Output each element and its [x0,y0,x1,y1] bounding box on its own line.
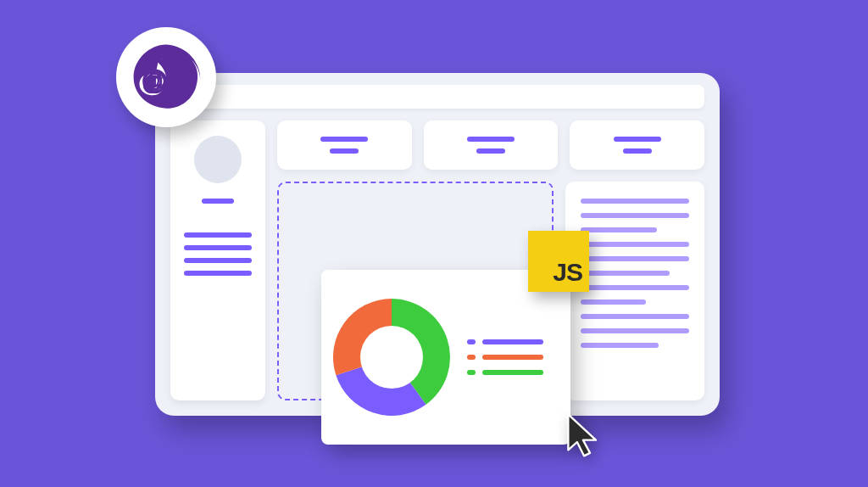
legend-label-placeholder [482,370,543,375]
svg-text:@: @ [143,68,167,95]
sidebar-item-placeholder[interactable] [184,245,252,250]
avatar-label-placeholder [202,199,234,204]
blazor-logo-icon: @ [125,36,207,118]
sidebar [170,120,265,400]
legend-item [467,370,554,375]
avatar [194,136,242,183]
js-badge-label: JS [553,258,582,287]
window-titlebar [170,85,704,109]
sidebar-item-placeholder[interactable] [184,258,252,263]
legend-item [467,339,554,344]
legend-label-placeholder [482,339,543,344]
chart-legend [467,339,554,375]
javascript-badge: JS [528,231,589,292]
detail-line-placeholder [581,227,657,232]
detail-line-placeholder [581,256,689,261]
sidebar-nav [184,232,252,276]
legend-swatch [467,355,476,360]
cursor-pointer-icon [564,412,604,460]
detail-line-placeholder [581,343,659,348]
detail-line-placeholder [581,213,689,218]
detail-line-placeholder [581,271,670,276]
legend-swatch [467,370,476,375]
detail-line-placeholder [581,328,689,333]
legend-label-placeholder [482,355,543,360]
legend-swatch [467,339,476,344]
detail-line-placeholder [581,285,689,290]
blazor-badge: @ [116,27,216,127]
donut-chart [333,299,450,416]
sidebar-item-placeholder[interactable] [184,232,252,238]
summary-card[interactable] [424,120,559,170]
summary-card[interactable] [277,120,412,170]
detail-line-placeholder [581,242,689,247]
legend-item [467,355,554,360]
sidebar-item-placeholder[interactable] [184,271,252,276]
chart-widget[interactable] [321,270,570,445]
summary-cards-row [277,120,704,170]
summary-card[interactable] [570,120,704,170]
detail-line-placeholder [581,314,689,319]
detail-line-placeholder [581,299,646,305]
detail-line-placeholder [581,199,689,204]
